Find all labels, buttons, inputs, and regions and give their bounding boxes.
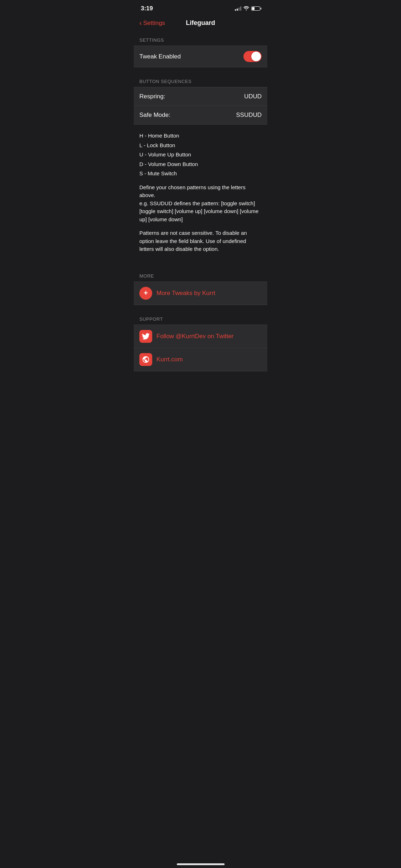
more-tweaks-row[interactable]: + More Tweaks by Kurrt xyxy=(134,282,267,305)
more-tweaks-icon: + xyxy=(139,287,152,300)
respring-row: Respring: UDUD xyxy=(134,87,267,106)
website-row[interactable]: Kurrt.com xyxy=(134,348,267,371)
button-sequences-group: Respring: UDUD Safe Mode: SSUDUD xyxy=(134,87,267,125)
status-time: 3:19 xyxy=(141,5,153,12)
more-section-header: MORE xyxy=(134,268,267,281)
description-block: H - Home Button L - Lock Button U - Volu… xyxy=(134,125,267,262)
legend-l: L - Lock Button xyxy=(139,141,262,150)
more-tweaks-label: More Tweaks by Kurrt xyxy=(156,290,215,297)
description-para2: Patterns are not case sensitive. To disa… xyxy=(139,229,262,253)
nav-bar: ‹ Settings Lifeguard xyxy=(134,16,267,32)
support-section-header: SUPPORT xyxy=(134,311,267,325)
globe-icon xyxy=(139,353,152,366)
back-label: Settings xyxy=(143,20,165,27)
status-icons xyxy=(235,6,260,11)
website-label: Kurrt.com xyxy=(156,356,183,363)
safe-mode-value: SSUDUD xyxy=(236,112,262,119)
separator-2 xyxy=(134,262,267,268)
signal-icon xyxy=(235,6,241,11)
settings-group: Tweak Enabled xyxy=(134,46,267,67)
button-sequences-header: BUTTON SEQUENCES xyxy=(134,73,267,87)
battery-icon xyxy=(251,6,260,11)
bottom-space xyxy=(134,371,267,393)
safe-mode-row: Safe Mode: SSUDUD xyxy=(134,106,267,124)
twitter-icon xyxy=(139,330,152,343)
back-button[interactable]: ‹ Settings xyxy=(139,19,165,27)
respring-value: UDUD xyxy=(244,93,262,100)
respring-label: Respring: xyxy=(139,93,165,100)
tweak-enabled-toggle[interactable] xyxy=(243,51,262,62)
support-group: Follow @KurrtDev on Twitter Kurrt.com xyxy=(134,325,267,371)
chevron-left-icon: ‹ xyxy=(139,19,142,27)
legend-h: H - Home Button xyxy=(139,132,262,140)
wifi-icon xyxy=(243,6,249,11)
twitter-label: Follow @KurrtDev on Twitter xyxy=(156,333,233,340)
safe-mode-label: Safe Mode: xyxy=(139,112,170,119)
settings-section-header: SETTINGS xyxy=(134,32,267,46)
status-bar: 3:19 xyxy=(134,0,267,16)
more-group: + More Tweaks by Kurrt xyxy=(134,281,267,305)
legend-u: U - Volume Up Button xyxy=(139,151,262,159)
separator-1 xyxy=(134,67,267,73)
tweak-enabled-row: Tweak Enabled xyxy=(134,46,267,67)
twitter-row[interactable]: Follow @KurrtDev on Twitter xyxy=(134,325,267,348)
legend-s: S - Mute Switch xyxy=(139,170,262,178)
legend-d: D - Volume Down Button xyxy=(139,160,262,169)
separator-3 xyxy=(134,305,267,311)
toggle-knob xyxy=(251,52,261,61)
description-para1: Define your chosen patterns using the le… xyxy=(139,184,262,224)
page-title: Lifeguard xyxy=(186,19,215,27)
tweak-enabled-label: Tweak Enabled xyxy=(139,53,181,60)
